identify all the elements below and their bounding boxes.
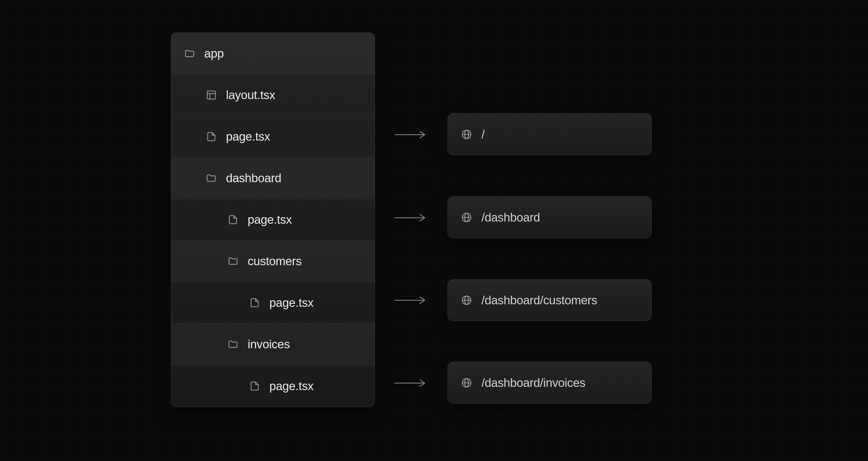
arrow-icon [394, 213, 427, 223]
tree-label: invoices [248, 338, 290, 351]
tree-label: page.tsx [269, 379, 314, 393]
file-icon [249, 381, 260, 392]
globe-icon [461, 129, 472, 140]
tree-row-invoices: invoices [171, 324, 375, 365]
arrow-icon [394, 130, 427, 140]
folder-icon [184, 48, 195, 59]
tree-row-customers: customers [171, 240, 375, 282]
route-path: /dashboard [482, 211, 540, 224]
arrow-icon [394, 295, 427, 305]
diagram-canvas: app layout.tsx page.tsx dashboard page.t [0, 0, 868, 461]
tree-row-app: app [171, 33, 375, 75]
route-pill-invoices: /dashboard/invoices [447, 362, 652, 403]
tree-row-dashboard: dashboard [171, 157, 375, 199]
route-pill-root: / [447, 114, 652, 155]
route-path: /dashboard/invoices [482, 376, 585, 390]
tree-label: customers [248, 254, 302, 268]
arrow-icon [394, 378, 427, 388]
route-path: /dashboard/customers [482, 293, 597, 307]
route-pill-customers: /dashboard/customers [447, 279, 652, 321]
folder-icon [227, 256, 239, 267]
tree-label: dashboard [226, 171, 281, 185]
tree-label: page.tsx [226, 130, 270, 143]
route-path: / [482, 127, 485, 141]
tree-label: page.tsx [269, 296, 314, 310]
tree-row-page-customers: page.tsx [171, 282, 375, 324]
globe-icon [461, 377, 472, 388]
tree-label: page.tsx [248, 213, 292, 226]
folder-icon [227, 339, 239, 350]
globe-icon [461, 294, 472, 306]
tree-label: layout.tsx [226, 88, 275, 102]
file-icon [227, 214, 239, 225]
file-icon [249, 297, 260, 308]
globe-icon [461, 212, 472, 223]
tree-row-page-dashboard: page.tsx [171, 199, 375, 240]
file-icon [206, 131, 217, 142]
folder-icon [206, 173, 217, 183]
route-pill-dashboard: /dashboard [447, 197, 652, 238]
layout-icon [206, 90, 217, 100]
tree-row-layout: layout.tsx [171, 75, 375, 116]
tree-row-page-invoices: page.tsx [171, 365, 375, 407]
svg-rect-0 [207, 91, 215, 99]
tree-row-page-root: page.tsx [171, 116, 375, 157]
file-tree: app layout.tsx page.tsx dashboard page.t [171, 33, 375, 407]
tree-label: app [204, 47, 224, 60]
